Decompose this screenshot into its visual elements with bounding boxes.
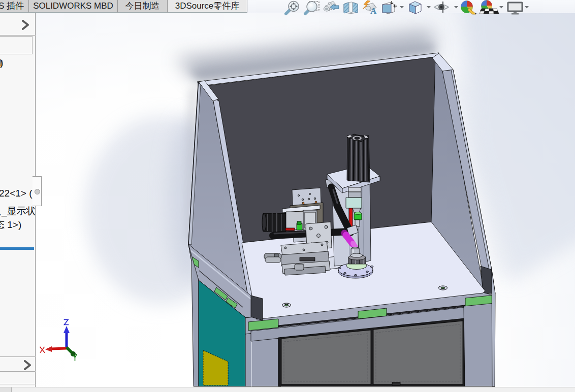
svg-text:A: A bbox=[370, 6, 377, 16]
